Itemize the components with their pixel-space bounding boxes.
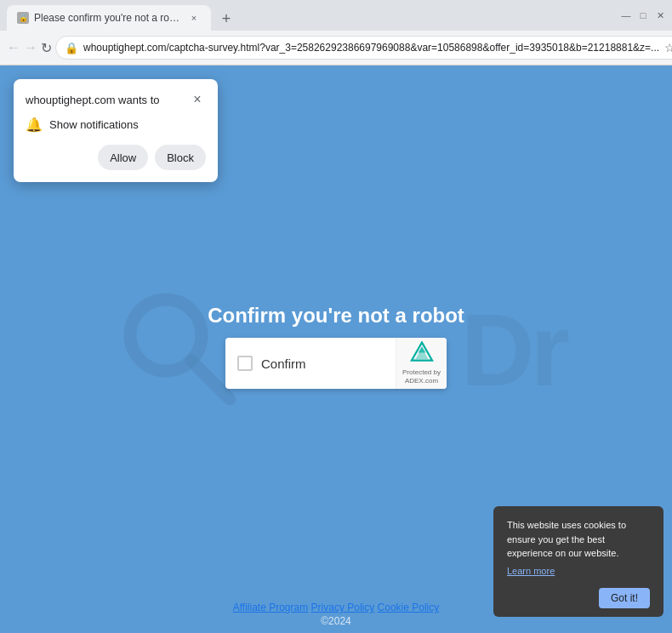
bell-icon: 🔔	[26, 117, 43, 133]
watermark-text: Dr	[461, 291, 566, 408]
popup-header: whouptighept.com wants to ×	[26, 91, 206, 108]
title-bar: 🔒 Please confirm you're not a rob... × +…	[0, 0, 672, 31]
close-window-button[interactable]: ✕	[655, 10, 665, 20]
popup-notification-text: Show notifications	[49, 118, 139, 131]
svg-line-1	[191, 361, 230, 399]
window-controls: — □ ✕	[621, 10, 665, 20]
learn-more-link[interactable]: Learn more	[507, 564, 650, 579]
popup-notification-row: 🔔 Show notifications	[26, 117, 206, 133]
popup-close-button[interactable]: ×	[189, 91, 206, 108]
minimize-button[interactable]: —	[621, 10, 631, 20]
active-tab[interactable]: 🔒 Please confirm you're not a rob... ×	[7, 5, 211, 31]
page-footer: Affiliate Program Privacy Policy Cookie …	[0, 595, 672, 633]
popup-title: whouptighept.com wants to	[26, 94, 160, 106]
affiliate-program-link[interactable]: Affiliate Program	[233, 602, 308, 613]
tab-bar: 🔒 Please confirm you're not a rob... × +	[7, 0, 238, 31]
copyright-text: ©2024	[0, 615, 672, 627]
page-heading: Confirm you're not a robot	[208, 304, 464, 328]
tab-title: Please confirm you're not a rob...	[34, 12, 182, 24]
cookie-text: This website uses cookies to ensure you …	[507, 518, 650, 561]
address-text: whouptighept.com/captcha-survey.html?var…	[83, 42, 659, 54]
captcha-widget: Confirm Protected by ADEX.com	[225, 338, 447, 389]
back-button[interactable]: ←	[7, 36, 20, 60]
adex-logo-icon	[409, 341, 435, 367]
footer-links: Affiliate Program Privacy Policy Cookie …	[0, 602, 672, 613]
captcha-right-section: Protected by ADEX.com	[396, 338, 447, 389]
forward-button[interactable]: →	[24, 36, 37, 60]
captcha-left-section: Confirm	[225, 356, 396, 371]
bookmark-star-icon[interactable]: ☆	[664, 41, 672, 54]
nav-bar: ← → ↻ 🔒 whouptighept.com/captcha-survey.…	[0, 31, 672, 65]
captcha-label[interactable]: Confirm	[261, 356, 306, 371]
maximize-button[interactable]: □	[638, 10, 648, 20]
page-content: Dr Confirm you're not a robot Confirm Pr…	[0, 66, 672, 633]
captcha-checkbox[interactable]	[237, 356, 253, 371]
new-tab-button[interactable]: +	[214, 7, 238, 31]
security-lock-icon: 🔒	[65, 42, 78, 54]
reload-button[interactable]: ↻	[41, 36, 52, 60]
address-bar[interactable]: 🔒 whouptighept.com/captcha-survey.html?v…	[55, 36, 672, 60]
popup-buttons: Allow Block	[26, 145, 206, 170]
cookie-policy-link[interactable]: Cookie Policy	[378, 602, 440, 613]
allow-button[interactable]: Allow	[98, 145, 148, 170]
block-button[interactable]: Block	[155, 145, 206, 170]
browser-chrome: 🔒 Please confirm you're not a rob... × +…	[0, 0, 672, 66]
tab-close-button[interactable]: ×	[187, 11, 201, 25]
notification-popup: whouptighept.com wants to × 🔔 Show notif…	[14, 79, 218, 182]
privacy-policy-link[interactable]: Privacy Policy	[311, 602, 375, 613]
tab-favicon: 🔒	[17, 12, 29, 24]
captcha-protected-label: Protected by ADEX.com	[402, 368, 441, 386]
